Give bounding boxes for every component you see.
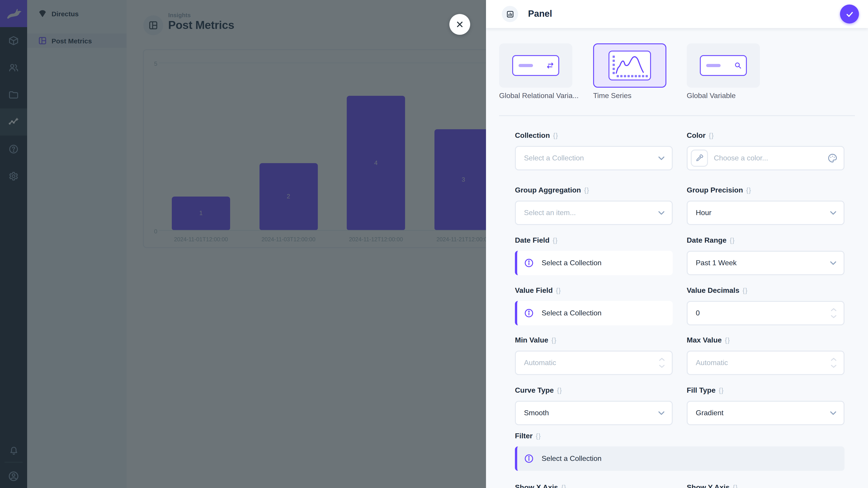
panel-drawer: Panel Global Relational Varia... [486, 0, 868, 488]
field-label: Color{} [687, 131, 844, 140]
info-icon [524, 308, 534, 318]
fill-type-select[interactable]: Gradient [687, 401, 844, 425]
section-divider [499, 115, 855, 116]
min-value-input[interactable] [515, 351, 673, 375]
info-icon [524, 454, 534, 464]
raw-value-icon[interactable]: {} [584, 187, 589, 194]
field-collection: Collection{} Select a Collection [515, 131, 673, 170]
color-swatch-button[interactable] [691, 150, 708, 167]
chevron-down-icon [830, 261, 837, 265]
spinner-down-icon [831, 315, 837, 318]
raw-value-icon[interactable]: {} [733, 484, 738, 488]
field-label: Show Y Axis{} [687, 483, 844, 488]
date-range-select[interactable]: Past 1 Week [687, 251, 844, 275]
drawer-close-button[interactable] [450, 14, 470, 35]
number-input[interactable] [696, 309, 809, 317]
spinner-down-icon [831, 364, 837, 368]
chevron-down-icon [830, 210, 837, 215]
info-icon [524, 258, 534, 268]
chevron-down-icon [658, 210, 665, 215]
select-collection-notice: Select a Collection [515, 251, 673, 275]
max-value-input[interactable] [687, 351, 844, 375]
field-show-y-axis: Show Y Axis{} [687, 483, 844, 488]
field-fill-type: Fill Type{} Gradient [687, 386, 844, 425]
drawer-header-icon [502, 6, 518, 22]
raw-value-icon[interactable]: {} [552, 337, 557, 344]
field-label: Value Field{} [515, 286, 673, 295]
insert-chart-icon [506, 10, 514, 18]
spinner-up-icon [659, 358, 665, 361]
number-spinners[interactable] [659, 358, 665, 368]
chevron-down-icon [658, 411, 665, 415]
raw-value-icon[interactable]: {} [719, 387, 724, 394]
raw-value-icon[interactable]: {} [746, 187, 751, 194]
field-label: Value Decimals{} [687, 286, 844, 295]
field-label: Curve Type{} [515, 386, 673, 395]
spinner-up-icon [831, 308, 837, 312]
magnifier-icon [734, 62, 742, 69]
field-label: Date Range{} [687, 236, 844, 245]
number-input[interactable] [696, 359, 809, 367]
check-icon [845, 9, 854, 19]
field-label: Fill Type{} [687, 386, 844, 395]
save-panel-button[interactable] [840, 4, 859, 24]
palette-icon[interactable] [827, 153, 838, 163]
raw-value-icon[interactable]: {} [730, 237, 735, 244]
number-input[interactable] [524, 359, 637, 367]
panel-type-label: Time Series [593, 92, 631, 100]
raw-value-icon[interactable]: {} [725, 337, 730, 344]
field-min-value: Min Value{} [515, 336, 673, 375]
group-aggregation-select[interactable]: Select an item... [515, 201, 673, 225]
field-group-aggregation: Group Aggregation{} Select an item... [515, 186, 673, 225]
raw-value-icon[interactable]: {} [709, 132, 714, 139]
select-collection-notice: Select a Collection [515, 447, 844, 471]
chevron-down-icon [830, 411, 837, 415]
raw-value-icon[interactable]: {} [561, 484, 566, 488]
raw-value-icon[interactable]: {} [743, 287, 748, 294]
field-color: Color{} [687, 131, 844, 170]
spinner-down-icon [659, 364, 665, 368]
raw-value-icon[interactable]: {} [553, 132, 558, 139]
field-label: Show X Axis{} [515, 483, 673, 488]
panel-type-label: Global Relational Varia... [499, 92, 579, 100]
raw-value-icon[interactable]: {} [557, 387, 562, 394]
field-group-precision: Group Precision{} Hour [687, 186, 844, 225]
color-value-input[interactable] [714, 154, 827, 162]
chevron-down-icon [658, 156, 665, 160]
field-label: Collection{} [515, 131, 673, 140]
field-label: Max Value{} [687, 336, 844, 345]
drawer-title: Panel [528, 8, 552, 19]
collection-select[interactable]: Select a Collection [515, 146, 673, 170]
panel-type-global-relational-variable[interactable] [499, 43, 572, 88]
relational-variable-illustration [512, 55, 559, 76]
panel-type-label: Global Variable [687, 92, 736, 100]
spinner-up-icon [831, 358, 837, 361]
field-max-value: Max Value{} [687, 336, 844, 375]
drawer-header: Panel [486, 0, 868, 28]
global-variable-illustration [700, 55, 747, 76]
field-filter: Filter{} Select a Collection [515, 431, 844, 471]
field-curve-type: Curve Type{} Smooth [515, 386, 673, 425]
curve-type-select[interactable]: Smooth [515, 401, 673, 425]
eyedropper-icon [695, 154, 704, 163]
swap-arrows-icon [546, 62, 554, 69]
panel-type-time-series[interactable] [593, 43, 666, 88]
field-label: Filter{} [515, 431, 844, 441]
number-spinners[interactable] [831, 308, 837, 318]
field-label: Date Field{} [515, 236, 673, 245]
value-decimals-input[interactable] [687, 301, 844, 325]
number-spinners[interactable] [831, 358, 837, 368]
panel-type-global-variable[interactable] [687, 43, 760, 88]
time-series-illustration [609, 51, 651, 80]
raw-value-icon[interactable]: {} [553, 237, 558, 244]
field-label: Group Precision{} [687, 186, 844, 195]
color-input[interactable] [687, 146, 844, 170]
group-precision-select[interactable]: Hour [687, 201, 844, 225]
raw-value-icon[interactable]: {} [536, 432, 541, 440]
field-date-field: Date Field{} Select a Collection [515, 236, 673, 275]
directus-app: Directus Post Metrics Insights Post Metr… [0, 0, 868, 488]
raw-value-icon[interactable]: {} [556, 287, 561, 294]
field-value-decimals: Value Decimals{} [687, 286, 844, 325]
field-date-range: Date Range{} Past 1 Week [687, 236, 844, 275]
field-label: Group Aggregation{} [515, 186, 673, 195]
